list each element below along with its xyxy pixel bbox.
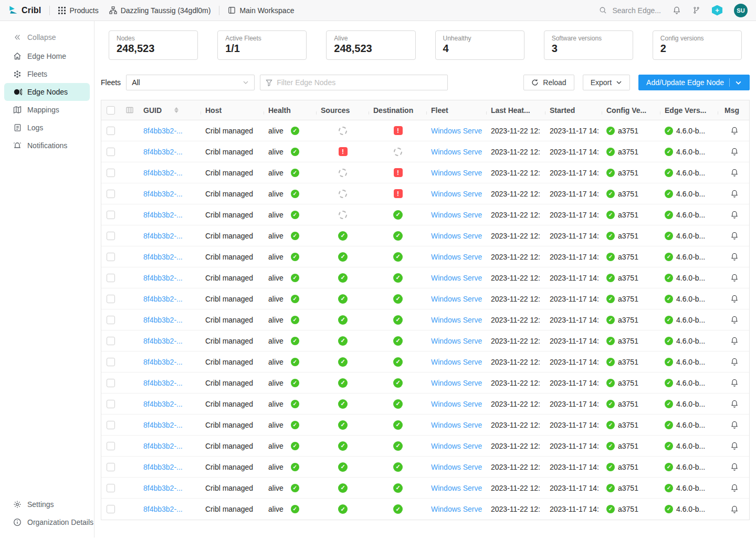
organization-switcher[interactable]: Dazzling Taussig (34gdl0m)	[109, 6, 211, 15]
row-checkbox[interactable]	[107, 442, 115, 450]
column-header-host[interactable]: Host	[201, 106, 264, 115]
row-checkbox[interactable]	[107, 421, 115, 429]
sidebar-item-settings[interactable]: Settings	[4, 495, 90, 513]
column-header-last-heartbeat[interactable]: Last Heat...	[487, 106, 545, 115]
guid-link[interactable]: 8f4bb3b2-...	[143, 463, 183, 471]
row-message-bell-icon[interactable]	[730, 505, 739, 514]
row-message-bell-icon[interactable]	[730, 189, 739, 198]
column-header-destination[interactable]: Destination	[369, 106, 427, 115]
row-checkbox[interactable]	[107, 295, 115, 303]
row-message-bell-icon[interactable]	[730, 231, 739, 240]
fleet-link[interactable]: Windows Serve	[431, 505, 482, 513]
fleet-link[interactable]: Windows Serve	[431, 211, 482, 219]
row-checkbox[interactable]	[107, 253, 115, 261]
filter-edge-nodes-input[interactable]	[277, 78, 442, 87]
column-header-edge-version[interactable]: Edge Vers...	[660, 106, 718, 115]
guid-link[interactable]: 8f4bb3b2-...	[143, 127, 183, 135]
sidebar-item-logs[interactable]: Logs	[4, 119, 90, 137]
row-message-bell-icon[interactable]	[730, 252, 739, 261]
row-checkbox[interactable]	[107, 232, 115, 240]
row-checkbox[interactable]	[107, 274, 115, 282]
row-message-bell-icon[interactable]	[730, 462, 739, 471]
row-message-bell-icon[interactable]	[730, 294, 739, 303]
fleet-link[interactable]: Windows Serve	[431, 442, 482, 450]
git-branch-icon[interactable]	[692, 6, 700, 15]
fleets-select[interactable]: All	[126, 75, 255, 90]
sidebar-item-notifications[interactable]: Notifications	[4, 137, 90, 154]
cribl-logo[interactable]: Cribl	[8, 5, 41, 15]
row-checkbox[interactable]	[107, 316, 115, 324]
fleet-link[interactable]: Windows Serve	[431, 484, 482, 492]
workspace-switcher[interactable]: Main Workspace	[228, 6, 294, 15]
fleet-link[interactable]: Windows Serve	[431, 253, 482, 261]
guid-link[interactable]: 8f4bb3b2-...	[143, 400, 183, 408]
row-message-bell-icon[interactable]	[730, 126, 739, 135]
row-message-bell-icon[interactable]	[730, 168, 739, 177]
fleet-link[interactable]: Windows Serve	[431, 379, 482, 387]
fleet-link[interactable]: Windows Serve	[431, 358, 482, 366]
row-message-bell-icon[interactable]	[730, 399, 739, 408]
guid-link[interactable]: 8f4bb3b2-...	[143, 379, 183, 387]
column-header-health[interactable]: Health	[264, 106, 317, 115]
notifications-bell-icon[interactable]	[673, 6, 681, 15]
sidebar-item-organization-details[interactable]: Organization Details	[4, 513, 90, 531]
sidebar-item-mappings[interactable]: Mappings	[4, 101, 90, 119]
add-update-edge-node-button[interactable]: Add/Update Edge Node	[638, 75, 750, 90]
sidebar-collapse-button[interactable]: Collapse	[4, 28, 90, 46]
guid-link[interactable]: 8f4bb3b2-...	[143, 211, 183, 219]
fleet-link[interactable]: Windows Serve	[431, 316, 482, 324]
fleet-link[interactable]: Windows Serve	[431, 337, 482, 345]
fleet-link[interactable]: Windows Serve	[431, 127, 482, 135]
guid-link[interactable]: 8f4bb3b2-...	[143, 358, 183, 366]
row-checkbox[interactable]	[107, 337, 115, 345]
guid-link[interactable]: 8f4bb3b2-...	[143, 295, 183, 303]
guid-link[interactable]: 8f4bb3b2-...	[143, 190, 183, 198]
global-search[interactable]: Search Edge...	[599, 6, 661, 15]
row-message-bell-icon[interactable]	[730, 273, 739, 282]
row-message-bell-icon[interactable]	[730, 420, 739, 429]
fleet-link[interactable]: Windows Serve	[431, 295, 482, 303]
row-checkbox[interactable]	[107, 127, 115, 135]
fleet-link[interactable]: Windows Serve	[431, 232, 482, 240]
row-checkbox[interactable]	[107, 169, 115, 177]
row-checkbox[interactable]	[107, 148, 115, 156]
row-checkbox[interactable]	[107, 463, 115, 471]
row-checkbox[interactable]	[107, 211, 115, 219]
row-checkbox[interactable]	[107, 379, 115, 387]
select-all-checkbox[interactable]	[107, 106, 115, 115]
row-message-bell-icon[interactable]	[730, 483, 739, 492]
column-header-started[interactable]: Started	[545, 106, 602, 115]
guid-link[interactable]: 8f4bb3b2-...	[143, 505, 183, 513]
row-checkbox[interactable]	[107, 484, 115, 492]
guid-link[interactable]: 8f4bb3b2-...	[143, 253, 183, 261]
row-checkbox[interactable]	[107, 190, 115, 198]
guid-link[interactable]: 8f4bb3b2-...	[143, 484, 183, 492]
sidebar-item-fleets[interactable]: Fleets	[4, 65, 90, 83]
row-checkbox[interactable]	[107, 400, 115, 408]
guid-link[interactable]: 8f4bb3b2-...	[143, 274, 183, 282]
fleet-link[interactable]: Windows Serve	[431, 274, 482, 282]
row-checkbox[interactable]	[107, 505, 115, 513]
guid-link[interactable]: 8f4bb3b2-...	[143, 421, 183, 429]
row-message-bell-icon[interactable]	[730, 441, 739, 450]
sidebar-item-edge-nodes[interactable]: Edge Nodes	[4, 83, 90, 101]
fleet-link[interactable]: Windows Serve	[431, 190, 482, 198]
row-message-bell-icon[interactable]	[730, 315, 739, 324]
column-header-config-version[interactable]: Config Ve...	[602, 106, 660, 115]
fleet-link[interactable]: Windows Serve	[431, 463, 482, 471]
fleet-link[interactable]: Windows Serve	[431, 421, 482, 429]
guid-link[interactable]: 8f4bb3b2-...	[143, 316, 183, 324]
fleet-link[interactable]: Windows Serve	[431, 148, 482, 156]
sidebar-item-edge-home[interactable]: Edge Home	[4, 47, 90, 65]
guid-link[interactable]: 8f4bb3b2-...	[143, 232, 183, 240]
row-message-bell-icon[interactable]	[730, 336, 739, 345]
fleet-link[interactable]: Windows Serve	[431, 169, 482, 177]
row-message-bell-icon[interactable]	[730, 378, 739, 387]
column-settings-button[interactable]	[120, 106, 139, 114]
row-checkbox[interactable]	[107, 358, 115, 366]
reload-button[interactable]: Reload	[523, 75, 574, 90]
row-message-bell-icon[interactable]	[730, 357, 739, 366]
row-message-bell-icon[interactable]	[730, 210, 739, 219]
products-menu[interactable]: Products	[58, 6, 98, 15]
guid-link[interactable]: 8f4bb3b2-...	[143, 169, 183, 177]
